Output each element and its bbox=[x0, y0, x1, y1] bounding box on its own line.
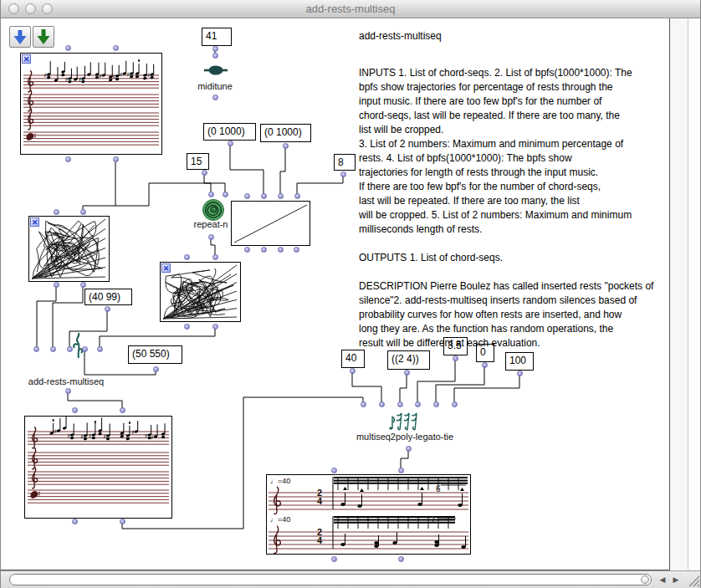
port[interactable] bbox=[72, 519, 78, 524]
value-box-15[interactable]: 15 bbox=[187, 153, 209, 170]
port[interactable] bbox=[208, 192, 214, 197]
time-sig-1-den: 4 bbox=[317, 496, 322, 506]
port[interactable] bbox=[244, 193, 250, 199]
port[interactable] bbox=[33, 346, 39, 352]
port[interactable] bbox=[212, 254, 218, 260]
port[interactable] bbox=[208, 234, 214, 240]
multiseq-input-box[interactable]: ♯♯♯♯♯♯♯♯ ✕ bbox=[20, 53, 162, 155]
port[interactable] bbox=[223, 192, 228, 197]
port[interactable] bbox=[97, 346, 103, 352]
port[interactable] bbox=[54, 209, 59, 215]
port[interactable] bbox=[212, 324, 218, 330]
eval-blue-button[interactable] bbox=[9, 26, 31, 48]
port[interactable] bbox=[340, 171, 346, 177]
port[interactable] bbox=[453, 355, 458, 361]
port[interactable] bbox=[120, 407, 125, 413]
port[interactable] bbox=[398, 468, 404, 473]
resize-grip-icon[interactable] bbox=[686, 573, 700, 587]
horizontal-scroll-track[interactable] bbox=[9, 574, 652, 585]
port[interactable] bbox=[82, 346, 88, 352]
port[interactable] bbox=[244, 247, 250, 253]
tuplet-number-6: 6 bbox=[436, 484, 441, 493]
value-box-range-a[interactable]: (0 1000) bbox=[203, 123, 256, 141]
port[interactable] bbox=[261, 193, 267, 199]
patch-canvas[interactable]: 41 (0 1000) (0 1000) 15 8 (40 99) (50 55… bbox=[1, 18, 670, 570]
value-box-8[interactable]: 8 bbox=[334, 154, 356, 171]
port[interactable] bbox=[398, 556, 404, 562]
port[interactable] bbox=[212, 53, 218, 59]
value-box-40-99[interactable]: (40 99) bbox=[84, 289, 132, 305]
vertical-scrollbar[interactable] bbox=[670, 18, 688, 570]
value-box-41[interactable]: 41 bbox=[202, 28, 232, 46]
port[interactable] bbox=[415, 401, 421, 407]
add-rests-multiseq-icon[interactable] bbox=[69, 331, 88, 360]
port[interactable] bbox=[184, 254, 190, 260]
port[interactable] bbox=[67, 346, 73, 352]
port[interactable] bbox=[113, 45, 119, 51]
port[interactable] bbox=[379, 401, 385, 407]
port[interactable] bbox=[331, 556, 337, 562]
port[interactable] bbox=[278, 193, 284, 199]
port[interactable] bbox=[113, 156, 119, 162]
port[interactable] bbox=[452, 401, 458, 407]
port[interactable] bbox=[153, 366, 159, 372]
port[interactable] bbox=[212, 95, 218, 100]
scroll-right-arrow-icon[interactable]: ▶ bbox=[669, 574, 683, 586]
port[interactable] bbox=[433, 401, 439, 407]
port[interactable] bbox=[184, 324, 190, 330]
multiseq2poly-label: multiseq2poly-legato-tie bbox=[356, 432, 453, 442]
port[interactable] bbox=[65, 156, 71, 162]
port[interactable] bbox=[202, 170, 207, 176]
window-title: add-rests-multiseq bbox=[1, 3, 700, 15]
port[interactable] bbox=[331, 468, 337, 473]
close-box-icon[interactable]: ✕ bbox=[30, 217, 39, 227]
svg-text:♯: ♯ bbox=[65, 77, 68, 82]
port[interactable] bbox=[80, 282, 86, 288]
port[interactable] bbox=[283, 143, 289, 149]
port[interactable] bbox=[294, 247, 299, 253]
port[interactable] bbox=[350, 368, 356, 374]
port[interactable] bbox=[228, 141, 233, 146]
bpf-collection-box-2[interactable]: ✕ bbox=[160, 262, 241, 322]
horizontal-scrollbar[interactable]: ◀ ▶ bbox=[1, 570, 701, 588]
port[interactable] bbox=[50, 346, 56, 352]
port[interactable] bbox=[72, 407, 78, 413]
blue-down-arrow-icon bbox=[10, 27, 30, 47]
close-box-icon[interactable]: ✕ bbox=[161, 263, 171, 273]
port[interactable] bbox=[482, 362, 488, 368]
value-box-50-550[interactable]: (50 550) bbox=[128, 345, 182, 364]
close-box-icon[interactable]: ✕ bbox=[22, 54, 31, 64]
scroll-left-arrow-icon[interactable]: ◀ bbox=[656, 574, 669, 586]
add-rests-multiseq-label: add-rests-multiseq bbox=[28, 376, 104, 386]
port[interactable] bbox=[105, 306, 110, 312]
port[interactable] bbox=[278, 247, 284, 253]
port[interactable] bbox=[406, 446, 412, 452]
port[interactable] bbox=[261, 247, 267, 253]
bpf-box[interactable] bbox=[231, 201, 310, 246]
port[interactable] bbox=[397, 401, 403, 407]
svg-text:♯: ♯ bbox=[89, 433, 91, 438]
port[interactable] bbox=[404, 370, 410, 376]
repeat-n-icon[interactable] bbox=[202, 198, 225, 222]
bpf-collection-box-1[interactable]: ✕ bbox=[28, 216, 110, 282]
svg-text:♯: ♯ bbox=[151, 435, 154, 440]
port[interactable] bbox=[517, 371, 523, 376]
miditune-icon[interactable] bbox=[203, 62, 228, 79]
svg-text:♯: ♯ bbox=[120, 72, 122, 77]
port[interactable] bbox=[212, 46, 218, 52]
multiseq-output-score: ♯♯♯♯♯♯♯♯ bbox=[25, 417, 171, 518]
port[interactable] bbox=[294, 193, 300, 199]
port[interactable] bbox=[65, 45, 71, 51]
time-sig-2-den: 4 bbox=[317, 535, 322, 545]
eval-green-button[interactable] bbox=[33, 26, 54, 48]
port[interactable] bbox=[361, 401, 366, 407]
multiseq2poly-icon[interactable] bbox=[386, 410, 426, 432]
port[interactable] bbox=[80, 209, 86, 215]
multiseq-output-box[interactable]: ♯♯♯♯♯♯♯♯ bbox=[24, 416, 172, 519]
port[interactable] bbox=[54, 282, 59, 288]
port[interactable] bbox=[120, 519, 125, 524]
svg-text:♯: ♯ bbox=[147, 73, 150, 78]
comment-title: add-rests-multiseq bbox=[359, 30, 442, 42]
value-box-range-b[interactable]: (0 1000) bbox=[260, 124, 311, 142]
port[interactable] bbox=[65, 388, 71, 394]
